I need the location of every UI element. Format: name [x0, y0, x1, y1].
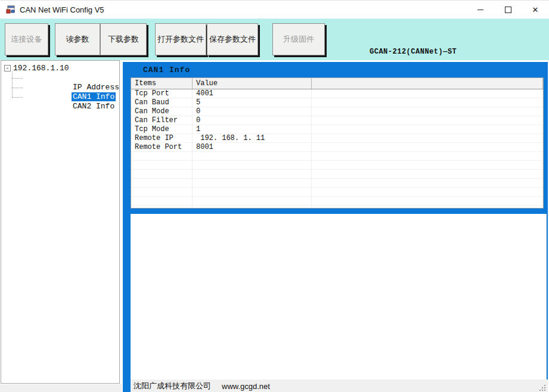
- tree-item-can2-info[interactable]: CAN2 Info: [9, 92, 119, 102]
- tree-item-ip-address-info[interactable]: IP Address Info: [9, 73, 119, 83]
- read-params-button[interactable]: 读参数: [55, 23, 100, 55]
- app-icon: [6, 5, 15, 14]
- empty-table-row: [131, 179, 543, 188]
- close-button[interactable]: ✕: [522, 1, 549, 18]
- status-bar: 沈阳广成科技有限公司 www.gcgd.net: [131, 379, 548, 392]
- table-row[interactable]: Tcp Port 4001: [131, 89, 543, 98]
- maximize-button[interactable]: [494, 1, 522, 18]
- tree-root-device[interactable]: - 192.168.1.10: [4, 63, 119, 73]
- window-controls: ✕: [467, 1, 549, 18]
- column-header-items[interactable]: Items: [131, 78, 193, 89]
- table-row[interactable]: Can Baud 5: [131, 98, 543, 107]
- connect-device-button[interactable]: 连接设备: [5, 23, 48, 55]
- empty-table-row: [131, 197, 543, 206]
- empty-table-row: [131, 206, 543, 209]
- tree-item-can1-info[interactable]: CAN1 Info: [9, 83, 119, 92]
- close-icon: ✕: [532, 6, 539, 14]
- panel-title: CAN1 Info: [143, 66, 190, 74]
- minimize-icon: [477, 10, 483, 10]
- message-panel: [131, 214, 547, 379]
- device-tree: - 192.168.1.10 IP Address Info CAN1 Info…: [1, 61, 119, 102]
- empty-table-row: [131, 170, 543, 179]
- tree-children: IP Address Info CAN1 Info CAN2 Info: [9, 73, 119, 102]
- app-window: CAN Net WiFi Config V5 ✕ 连接设备 读参数 下载参数 打…: [0, 0, 549, 392]
- column-header-rest[interactable]: [312, 78, 543, 89]
- window-title: CAN Net WiFi Config V5: [20, 5, 104, 14]
- tree-root-label[interactable]: 192.168.1.10: [13, 64, 69, 73]
- title-bar: CAN Net WiFi Config V5 ✕: [0, 1, 549, 19]
- upgrade-firmware-button[interactable]: 升级固件: [272, 23, 325, 55]
- table-row[interactable]: Tcp Mode 1: [131, 125, 543, 134]
- device-model: GCAN-212(CANNet)—ST: [370, 48, 461, 57]
- config-panel: CAN1 Info Items Value Tcp Port 4001 Can …: [123, 62, 548, 392]
- collapse-icon[interactable]: -: [4, 65, 11, 71]
- table-row[interactable]: Remote Port 8001: [131, 143, 543, 152]
- table-row[interactable]: Can Mode 0: [131, 107, 543, 116]
- empty-table-row: [131, 161, 543, 170]
- params-listview: Items Value Tcp Port 4001 Can Baud 5 Can…: [131, 77, 544, 209]
- save-params-file-button[interactable]: 保存参数文件: [207, 23, 258, 55]
- toolbar: 连接设备 读参数 下载参数 打开参数文件 保存参数文件 升级固件 GCAN-21…: [0, 19, 549, 60]
- empty-table-row: [131, 188, 543, 197]
- status-website: www.gcgd.net: [222, 382, 270, 391]
- left-status-strip: [0, 384, 122, 392]
- download-params-button[interactable]: 下载参数: [100, 23, 147, 55]
- listview-header: Items Value: [131, 78, 543, 89]
- table-row[interactable]: Remote IP 192. 168. 1. 11: [131, 134, 543, 143]
- table-row[interactable]: Can Filter 0: [131, 116, 543, 125]
- minimize-button[interactable]: [467, 1, 494, 18]
- resize-grip[interactable]: [539, 384, 546, 391]
- empty-table-row: [131, 152, 543, 161]
- maximize-icon: [505, 7, 511, 13]
- status-company: 沈阳广成科技有限公司: [134, 381, 211, 391]
- device-tree-panel: - 192.168.1.10 IP Address Info CAN1 Info…: [1, 60, 120, 384]
- open-params-file-button[interactable]: 打开参数文件: [155, 23, 206, 55]
- column-header-value[interactable]: Value: [193, 78, 312, 89]
